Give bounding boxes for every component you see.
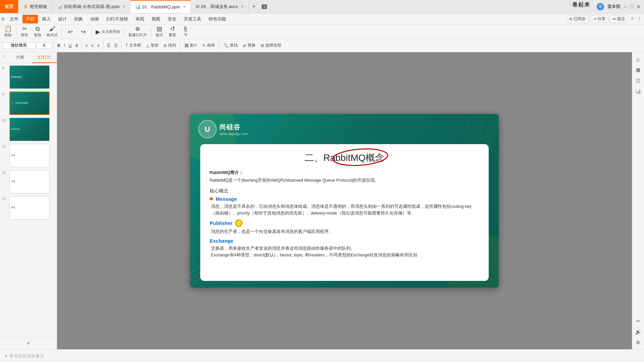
slide-thumb-9[interactable]: 9 二、RabbitMQ概念 — [2, 92, 55, 115]
slide-thumb-8[interactable]: 8 RabbitMQ... — [2, 65, 55, 89]
new-slide-icon: ⊕ — [135, 26, 140, 32]
font-family-input[interactable] — [2, 42, 36, 49]
more-button[interactable]: ⋮ — [636, 16, 643, 22]
close-btn[interactable]: ✕ — [637, 4, 641, 9]
slide-canvas[interactable]: U 尚硅谷 www.atguigu.com 二、RabbitMQ概念 — [190, 114, 499, 288]
tab-add-button[interactable]: + — [249, 3, 259, 10]
slide-preview-12[interactable]: 内容... — [9, 170, 50, 193]
slide-thumb-11[interactable]: 11 内容... — [2, 144, 55, 167]
outline-tab[interactable]: 大纲 — [7, 52, 32, 63]
style-button[interactable]: ▤ 版式 — [153, 25, 165, 38]
canvas-button[interactable]: ✎ 画布 — [200, 40, 217, 52]
file-menu[interactable]: 文件 — [6, 15, 22, 23]
slides-tab[interactable]: 幻灯片 — [32, 52, 57, 63]
cut-button[interactable]: ✂ 剪切 — [18, 25, 31, 38]
section-button[interactable]: § 节 — [179, 25, 192, 38]
tab-template[interactable]: 🌾 稻壳模板 — [18, 0, 52, 13]
align-right-button[interactable]: ≡ — [96, 43, 101, 49]
sync-label: 已同步 — [574, 16, 586, 22]
rs-chart-btn[interactable]: 📊 — [634, 86, 643, 96]
slide-thumb-13[interactable]: 13 内容... — [2, 196, 55, 220]
help-button[interactable]: ? — [630, 16, 635, 22]
copy-button[interactable]: ⧉ 复制 — [32, 25, 44, 38]
template-icon: 🌾 — [23, 4, 29, 9]
format-label: 格式式 — [47, 33, 58, 38]
shape-icon: △ — [146, 43, 149, 48]
redo-button[interactable]: ↪ — [77, 25, 89, 38]
review-icon: ✏ — [613, 17, 616, 21]
sep-f2 — [82, 41, 82, 51]
undo-button[interactable]: ↩ — [64, 25, 76, 38]
maximize-btn[interactable]: □ — [631, 4, 633, 9]
tab-guige-close[interactable]: ✕ — [122, 4, 125, 9]
rs-settings-btn[interactable]: ⚙ — [634, 338, 643, 347]
font-size-input[interactable] — [37, 42, 52, 49]
slide-preview-8[interactable]: RabbitMQ... — [9, 65, 50, 89]
intro-section: RabbitMQ简介： RabbitMQ是一个由erlang开发的AMQP(Ad… — [210, 170, 479, 184]
view-menu[interactable]: 视图 — [148, 15, 164, 23]
reset-button[interactable]: ↺ 重置 — [166, 25, 178, 38]
start-menu[interactable]: 开始 — [22, 15, 38, 23]
slide-preview-9[interactable]: 二、RabbitMQ概念 — [9, 92, 50, 115]
bold-button[interactable]: B — [56, 43, 62, 49]
tab-home[interactable]: 首页 — [0, 0, 18, 13]
tab-rabbitmq[interactable]: 📊 10、RabbitMQ.pptx ✕ — [130, 0, 191, 13]
security-menu[interactable]: 安全 — [164, 15, 180, 23]
shape-button[interactable]: △ 形状 — [144, 40, 161, 52]
insert-menu[interactable]: 插入 — [39, 15, 54, 23]
review-menu[interactable]: 审阅 — [132, 15, 148, 23]
menu-hamburger[interactable]: ≡ — [1, 16, 4, 22]
reset-label: 重置 — [169, 33, 176, 38]
rs-sound-btn[interactable]: 🔊 — [634, 327, 643, 337]
feature-menu[interactable]: 特色功能 — [205, 15, 229, 23]
animate-menu[interactable]: 动画 — [87, 15, 102, 23]
panel-collapse-btn[interactable]: ‹ — [0, 52, 7, 60]
slide-num-9: 9 — [2, 92, 7, 96]
paste-button[interactable]: 📋 粘贴 — [2, 25, 14, 38]
list-bullet-button[interactable]: ☰ — [105, 43, 112, 49]
developer-menu[interactable]: 开发工具 — [180, 15, 205, 23]
tab-business-close[interactable]: ✕ — [241, 4, 244, 9]
switch-menu[interactable]: 切换 — [71, 15, 86, 23]
slides-panel[interactable]: 8 RabbitMQ... 9 二、RabbitMQ概念 10 RabbitMQ… — [0, 63, 57, 337]
design-menu[interactable]: 设计 — [55, 15, 70, 23]
tab-rabbitmq-close[interactable]: ✕ — [183, 5, 186, 9]
select-all-button[interactable]: ⊞ 选择全部 — [259, 40, 283, 52]
paste-icon: 📋 — [4, 26, 12, 32]
minimize-btn[interactable]: ─ — [624, 4, 627, 9]
slide-thumb-12[interactable]: 12 内容... — [2, 170, 55, 193]
list-number-button[interactable]: ☰ — [113, 43, 119, 49]
start-from-button[interactable]: ▶ 从当前开始 — [94, 25, 122, 38]
rs-triangle-btn[interactable]: △ — [634, 54, 643, 64]
undo-icon: ↩ — [68, 29, 73, 35]
slideshow-menu[interactable]: 幻灯片放映 — [103, 15, 131, 23]
comment-bar[interactable]: ≡ 单击此处添加备注 — [0, 349, 644, 362]
image-button[interactable]: 🖼 图片 — [182, 40, 199, 52]
rs-panel-btn[interactable]: ◫ — [634, 76, 643, 85]
review-button[interactable]: ✏ 批注 — [610, 15, 628, 23]
underline-button[interactable]: U — [67, 43, 73, 49]
format-button[interactable]: 🖌 格式式 — [45, 25, 60, 38]
strikethrough-button[interactable]: S — [74, 43, 79, 49]
main-area: ‹ 大纲 幻灯片 8 RabbitMQ... 9 二、RabbitMQ概念 10 — [0, 52, 644, 349]
rs-crop-btn[interactable]: ✂ — [634, 316, 643, 326]
new-slide-button[interactable]: ⊕ 新建幻灯片 — [126, 25, 149, 38]
italic-button[interactable]: I — [63, 43, 66, 49]
rs-grid-btn[interactable]: ▦ — [634, 65, 643, 74]
slide-preview-10[interactable]: RabbitMQ... — [9, 118, 50, 141]
slide-preview-13[interactable]: 内容... — [9, 196, 50, 220]
sync-button[interactable]: ↻ 已同步 — [566, 15, 589, 23]
share-button[interactable]: ↗ 分享 — [590, 15, 608, 23]
tab-business[interactable]: W 09、商城业务.docx ✕ — [191, 0, 249, 13]
tab-guige[interactable]: 📊 谷粒商城-分布式高级-图.pptx ✕ — [52, 0, 130, 13]
slide-title-area: 二、RabbitMQ概念 — [210, 152, 479, 164]
align-left-button[interactable]: ≡ — [84, 43, 89, 49]
replace-button[interactable]: ⇄ 替换 — [241, 40, 258, 52]
arrange-button[interactable]: ⧉ 排列 — [162, 40, 178, 52]
slide-preview-11[interactable]: 内容... — [9, 144, 50, 167]
find-button[interactable]: 🔍 查找 — [221, 40, 240, 52]
slide-thumb-10[interactable]: 10 RabbitMQ... — [2, 118, 55, 141]
textbox-button[interactable]: T 文本框 — [123, 40, 143, 52]
add-slide-btn[interactable]: + — [26, 340, 31, 347]
align-center-button[interactable]: ≡ — [90, 43, 95, 49]
